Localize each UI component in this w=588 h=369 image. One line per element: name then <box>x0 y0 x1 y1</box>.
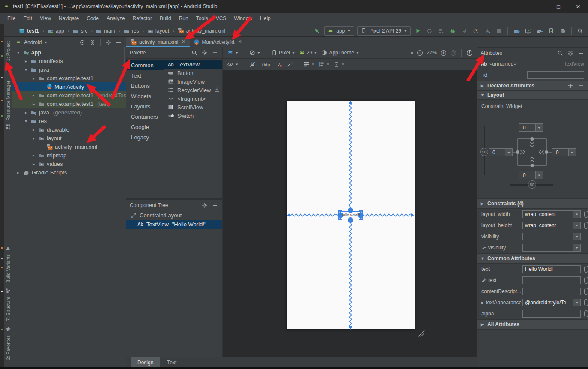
palette-category-widgets[interactable]: Widgets <box>126 91 164 101</box>
device-select[interactable]: Pixel <box>271 50 295 56</box>
project-tree-item-activity-main-xml[interactable]: <>activity_main.xml <box>12 142 126 151</box>
orientation-select[interactable] <box>249 50 260 56</box>
issues-panel-icon[interactable] <box>466 50 473 56</box>
project-tree-item-manifests[interactable]: ▸manifests <box>12 57 126 65</box>
section-layout[interactable]: ▼ Layout <box>477 90 588 100</box>
attr-visibility-select[interactable] <box>522 233 581 240</box>
api-level-select[interactable]: 29 <box>299 50 317 56</box>
menu-refactor[interactable]: Refactor <box>129 14 156 23</box>
tab-text[interactable]: Text <box>160 357 183 367</box>
align-select[interactable] <box>319 61 330 67</box>
gear-icon[interactable] <box>567 49 574 57</box>
zoom-in-icon[interactable] <box>440 50 447 56</box>
menu-help[interactable]: Help <box>256 14 275 23</box>
avd-manager-icon[interactable] <box>524 27 532 35</box>
menu-code[interactable]: Code <box>83 14 103 23</box>
close-icon[interactable]: ✕ <box>238 39 242 45</box>
search-everywhere-icon[interactable] <box>576 27 585 35</box>
margin-bottom-select[interactable]: 0 <box>519 171 543 179</box>
window-minimize-button[interactable]: — <box>529 0 549 13</box>
menu-view[interactable]: View <box>36 14 55 23</box>
breadcrumb-activity-main-xml[interactable]: <>activity_main.xml <box>177 27 226 34</box>
palette-category-text[interactable]: Text <box>126 70 164 81</box>
hello-world-widget[interactable]: Hello World! <box>341 212 360 219</box>
project-tree-item-java[interactable]: ▾java <box>12 65 126 74</box>
attr-textappearance-select[interactable]: @android:style/Te <box>522 299 581 306</box>
palette-category-containers[interactable]: Containers <box>126 111 164 122</box>
project-tree-item-drawable[interactable]: ▸drawable <box>12 125 126 134</box>
stop-icon[interactable] <box>495 27 503 35</box>
clear-constraints-icon[interactable] <box>276 61 283 67</box>
project-tree-item-layout[interactable]: ▾layout <box>12 134 126 142</box>
window-maximize-button[interactable]: □ <box>549 0 568 13</box>
menu-edit[interactable]: Edit <box>19 14 36 23</box>
horizontal-bias-knob[interactable]: 50 <box>528 180 536 189</box>
collapse-all-icon[interactable] <box>89 39 96 46</box>
menu-analyze[interactable]: Analyze <box>103 14 129 23</box>
zoom-out-icon[interactable] <box>417 50 423 56</box>
margin-left-select[interactable]: 0 <box>489 148 513 156</box>
theme-select[interactable]: AppTheme <box>321 50 359 56</box>
palette-category-buttons[interactable]: Buttons <box>126 81 164 91</box>
tab-activity-main-xml[interactable]: <> activity_main.xml ✕ <box>126 37 190 47</box>
toolwindow-resource-manager[interactable]: Resource Manager <box>5 81 11 129</box>
breadcrumb-layout[interactable]: layout <box>146 27 170 34</box>
apply-changes-icon[interactable] <box>425 27 434 35</box>
toolwindow-7-structure[interactable]: 7: Structure <box>5 288 11 321</box>
palette-item-recyclerview[interactable]: RecyclerView <box>164 86 222 94</box>
attribute-flag-pill[interactable] <box>584 222 588 229</box>
attach-debugger-icon[interactable] <box>460 27 469 35</box>
menu-build[interactable]: Build <box>156 14 175 23</box>
project-scrollbar[interactable] <box>124 46 125 75</box>
hide-panel-icon[interactable] <box>211 49 219 57</box>
palette-item-textview[interactable]: AbTextView <box>164 60 222 69</box>
autoconnect-magnet-icon[interactable] <box>249 61 256 67</box>
attribute-flag-pill[interactable] <box>584 299 588 306</box>
project-tree-item-com-example-test1-androidtest[interactable]: ▸com.example.test1(androidTest) <box>12 91 126 99</box>
apply-code-changes-icon[interactable] <box>483 27 492 35</box>
menu-vcs[interactable]: VCS <box>212 14 230 23</box>
project-tree-item-com-example-test1[interactable]: ▾com.example.test1 <box>12 74 126 82</box>
margin-top-select[interactable]: 0 <box>519 123 543 132</box>
view-options-select[interactable] <box>227 61 239 67</box>
attribute-flag-pill[interactable] <box>584 266 588 273</box>
palette-category-google[interactable]: Google <box>126 122 164 132</box>
breadcrumb-main[interactable]: main <box>95 27 116 34</box>
toolwindow-2-favorites[interactable]: 2: Favorites <box>5 326 11 360</box>
attr-contentdescript-input[interactable] <box>522 288 581 295</box>
device-file-explorer-icon[interactable] <box>547 27 555 35</box>
infer-constraints-icon[interactable] <box>287 61 293 67</box>
tab-design[interactable]: Design <box>131 357 160 367</box>
project-tree-item-java-generated[interactable]: ▸java(generated) <box>12 108 126 117</box>
attr-alpha-input[interactable] <box>522 310 581 318</box>
project-view-selector[interactable]: Android <box>24 39 42 45</box>
section-constraints[interactable]: ▶ Constraints (4) <box>477 198 588 209</box>
project-tree-item-values[interactable]: ▸values <box>12 159 126 168</box>
attribute-flag-pill[interactable] <box>584 211 588 218</box>
palette-item-scrollview[interactable]: ScrollView <box>164 103 222 111</box>
toolwindow-build-variants[interactable]: Build Variants <box>5 246 11 283</box>
guideline-select[interactable] <box>334 61 345 67</box>
attr-layout-height-select[interactable]: wrap_content <box>522 222 581 229</box>
palette-item-imageview[interactable]: ImageView <box>164 77 222 86</box>
debug-button[interactable] <box>448 27 457 35</box>
section-all-attributes[interactable]: ▶ All Attributes <box>477 319 588 330</box>
sdk-manager-icon[interactable] <box>558 27 567 35</box>
remove-attribute-icon[interactable] <box>577 82 585 90</box>
expand-icon[interactable]: ▶ <box>481 301 484 305</box>
pack-select[interactable] <box>304 61 315 67</box>
attr-layout-width-select[interactable]: wrap_content <box>522 210 581 218</box>
palette-category-common[interactable]: Common <box>126 60 164 70</box>
zoom-to-fit-icon[interactable] <box>450 50 457 56</box>
default-margin-select[interactable]: 0dp <box>260 62 272 67</box>
toolbar-overflow-icon[interactable]: » <box>410 50 413 56</box>
project-tree-item-res[interactable]: ▾res <box>12 117 126 125</box>
section-declared-attributes[interactable]: ▶ Declared Attributes <box>477 81 588 90</box>
attr-text-input[interactable] <box>522 276 581 284</box>
vertical-bias-knob[interactable]: 50 <box>480 148 488 156</box>
menu-window[interactable]: Window <box>230 14 256 23</box>
palette-category-layouts[interactable]: Layouts <box>126 101 164 111</box>
id-input[interactable] <box>527 71 584 79</box>
tab-mainactivity-kt[interactable]: MainActivity.kt ✕ <box>190 37 246 47</box>
breadcrumb-app[interactable]: app <box>47 27 65 34</box>
